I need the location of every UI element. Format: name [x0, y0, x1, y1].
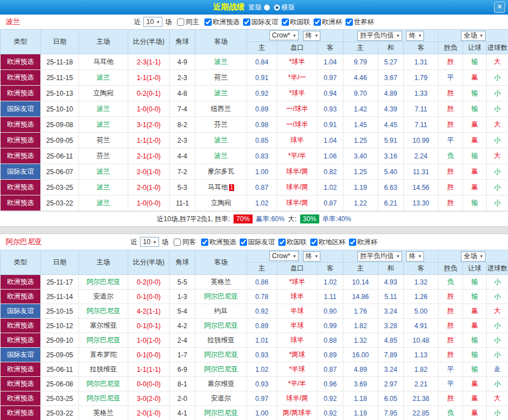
competition-checkbox[interactable]: [278, 239, 286, 246]
home-team-link[interactable]: 阿尔巴尼亚: [87, 336, 120, 344]
competition-checkbox[interactable]: [240, 239, 247, 246]
avg-period-select[interactable]: 终▼: [406, 31, 424, 41]
away-team-link[interactable]: 安道尔: [211, 394, 231, 402]
home-team-link[interactable]: 波兰: [97, 120, 110, 128]
avg-away: 1.13: [404, 348, 439, 362]
fulltime-select[interactable]: 全场▼: [461, 31, 486, 41]
competition-checkbox[interactable]: [204, 18, 212, 26]
match-count-select[interactable]: 10▼: [140, 237, 159, 247]
home-team-link[interactable]: 波兰: [97, 105, 110, 113]
home-team-link[interactable]: 波兰: [97, 167, 110, 175]
competition-checkbox[interactable]: [310, 239, 318, 246]
odds-period-select[interactable]: 终▼: [303, 251, 321, 262]
odds-source-select[interactable]: Crow*▼: [269, 251, 299, 261]
away-team-link[interactable]: 波兰: [215, 152, 228, 160]
away-team-link[interactable]: 立陶宛: [211, 199, 231, 207]
home-team-link[interactable]: 立陶宛: [94, 89, 114, 97]
avg-draw: 5.40: [378, 164, 404, 180]
odds-away: 0.89: [318, 348, 343, 362]
away-team-link[interactable]: 阿尔巴尼亚: [204, 409, 238, 417]
odds-away: 1.04: [318, 54, 343, 70]
competition-filter[interactable]: 欧洲杯: [346, 237, 377, 247]
competition-checkbox[interactable]: [282, 18, 289, 26]
home-team-link[interactable]: 安道尔: [94, 292, 114, 300]
home-team-link[interactable]: 阿尔巴尼亚: [87, 278, 120, 286]
home-team-link[interactable]: 波兰: [97, 183, 110, 191]
away-team-link[interactable]: 波兰: [215, 58, 228, 66]
avg-type-select[interactable]: 胜平负均值▼: [357, 31, 402, 41]
odds-line: 球半: [277, 133, 318, 148]
away-team-link[interactable]: 荷兰: [215, 73, 228, 81]
competition-filter[interactable]: 世界杯: [342, 17, 374, 27]
home-team-link[interactable]: 波兰: [97, 199, 110, 207]
competition-label: 欧洲杯: [322, 17, 342, 27]
competition-filter[interactable]: 国际友谊: [236, 237, 275, 247]
home-team-link[interactable]: 直布罗陀: [90, 351, 117, 358]
goals-flag: 小: [487, 164, 508, 180]
competition-checkbox[interactable]: [349, 239, 356, 246]
away-team-link[interactable]: 阿尔巴尼亚: [204, 351, 238, 358]
away-team-link[interactable]: 英格兰: [211, 278, 231, 286]
close-button[interactable]: ✕: [494, 2, 505, 13]
match-count-select[interactable]: 10▼: [143, 17, 162, 27]
away-team-link[interactable]: 阿尔巴尼亚: [204, 292, 238, 300]
away-team-link[interactable]: 波兰: [215, 136, 228, 144]
competition-type: 欧洲预选: [1, 377, 41, 391]
competition-filter[interactable]: 欧国联: [278, 17, 310, 27]
away-team-link[interactable]: 芬兰: [215, 120, 228, 128]
fulltime-select[interactable]: 全场▼: [461, 251, 486, 262]
away-team-link[interactable]: 约旦: [215, 307, 228, 315]
odds-source-select[interactable]: Crow*▼: [269, 30, 299, 40]
away-team-link[interactable]: 马耳他: [208, 183, 228, 191]
home-team-link[interactable]: 阿尔巴尼亚: [87, 380, 120, 388]
same-venue-checkbox[interactable]: [177, 18, 184, 26]
layout-horizontal-radio[interactable]: [274, 4, 280, 11]
home-team-cell: 马耳他: [79, 54, 128, 70]
away-team-link[interactable]: 摩尔多瓦: [208, 167, 235, 175]
avg-period-select[interactable]: 终▼: [406, 251, 424, 262]
col-header-date: 日期: [41, 30, 79, 54]
home-team-link[interactable]: 英格兰: [94, 409, 114, 417]
away-team-link[interactable]: 阿尔巴尼亚: [204, 321, 238, 329]
home-team-link[interactable]: 芬兰: [97, 152, 110, 160]
competition-checkbox[interactable]: [314, 18, 321, 26]
layout-vertical-radio[interactable]: [264, 4, 270, 11]
competition-filter[interactable]: 欧国联: [275, 237, 307, 247]
home-team-link[interactable]: 拉脱维亚: [90, 365, 117, 373]
odds-home: 0.89: [247, 101, 277, 117]
home-team-link[interactable]: 阿尔巴尼亚: [87, 307, 120, 315]
avg-type-select[interactable]: 胜平负均值▼: [357, 251, 402, 262]
competition-filter[interactable]: 欧洲杯: [310, 17, 342, 27]
competition-checkbox[interactable]: [346, 18, 353, 26]
same-venue-checkbox[interactable]: [174, 239, 181, 246]
layout-vertical-option[interactable]: 竖版: [249, 3, 270, 12]
home-team-link[interactable]: 塞尔维亚: [90, 321, 117, 329]
away-team-link[interactable]: 塞尔维亚: [208, 380, 235, 388]
competition-filter[interactable]: 国际友谊: [240, 17, 278, 27]
competition-filter[interactable]: 欧洲预选: [198, 237, 236, 247]
avg-draw: 4.85: [378, 333, 404, 348]
away-team-link[interactable]: 拉脱维亚: [208, 336, 235, 344]
odds-period-select[interactable]: 终▼: [303, 31, 321, 41]
summary-part: 大:: [288, 214, 296, 224]
home-team-link[interactable]: 阿尔巴尼亚: [87, 394, 120, 402]
competition-filter[interactable]: 欧洲预选: [201, 17, 240, 27]
sub-header-result: 胜负: [439, 42, 463, 54]
layout-horizontal-option[interactable]: 横版: [274, 3, 295, 12]
competition-checkbox[interactable]: [243, 18, 250, 26]
odds-period-value: 终: [306, 31, 313, 40]
result-flag: 胜: [439, 348, 463, 362]
handicap-flag: 赢: [463, 391, 487, 406]
home-team-link[interactable]: 荷兰: [97, 136, 110, 144]
avg-draw: 3.28: [378, 319, 404, 333]
home-team-link[interactable]: 马耳他: [94, 58, 114, 66]
away-team-cell: 荷兰: [195, 70, 247, 86]
competition-filter[interactable]: 欧地区杯: [307, 237, 346, 247]
away-team-link[interactable]: 波兰: [215, 89, 228, 97]
away-team-link[interactable]: 纽西兰: [211, 105, 231, 113]
away-team-link[interactable]: 阿尔巴尼亚: [204, 365, 238, 373]
competition-checkbox[interactable]: [201, 239, 208, 246]
competition-type: 欧洲预选: [1, 195, 41, 211]
home-team-link[interactable]: 波兰: [97, 73, 110, 81]
odds-line: 球半/两: [277, 391, 318, 406]
